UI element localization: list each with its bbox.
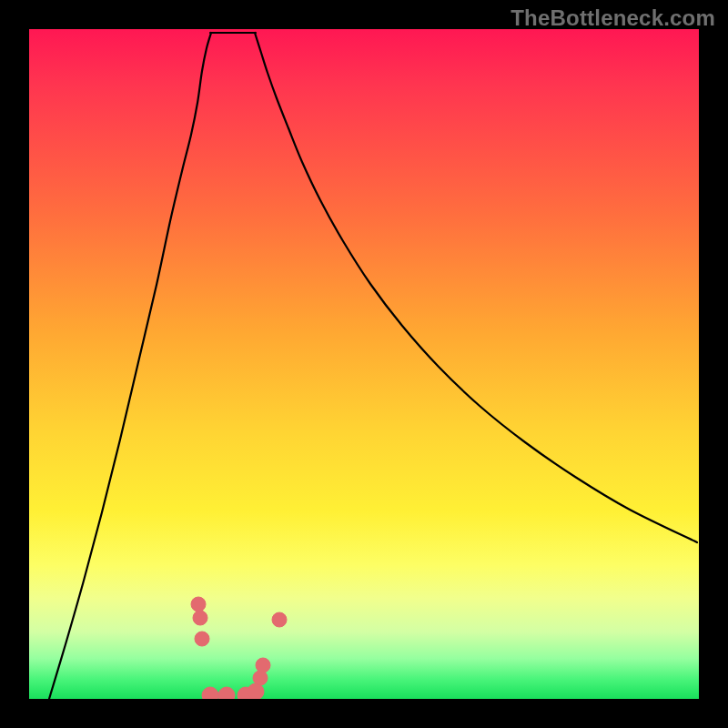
curves-group [49,33,697,699]
curve-left-curve [49,33,211,699]
outer-frame: TheBottleneck.com [0,0,728,728]
data-marker-1 [193,611,207,625]
data-marker-6 [248,683,264,699]
data-marker-2 [195,632,209,646]
chart-svg [29,29,699,699]
data-marker-7 [253,671,268,685]
data-marker-4 [218,687,235,699]
data-marker-8 [256,658,270,672]
plot-area [29,29,699,699]
data-marker-0 [191,597,206,612]
markers-group [191,597,287,699]
data-marker-9 [272,612,287,627]
curve-right-curve [255,33,697,542]
watermark-text: TheBottleneck.com [511,5,715,31]
data-marker-3 [202,687,218,699]
